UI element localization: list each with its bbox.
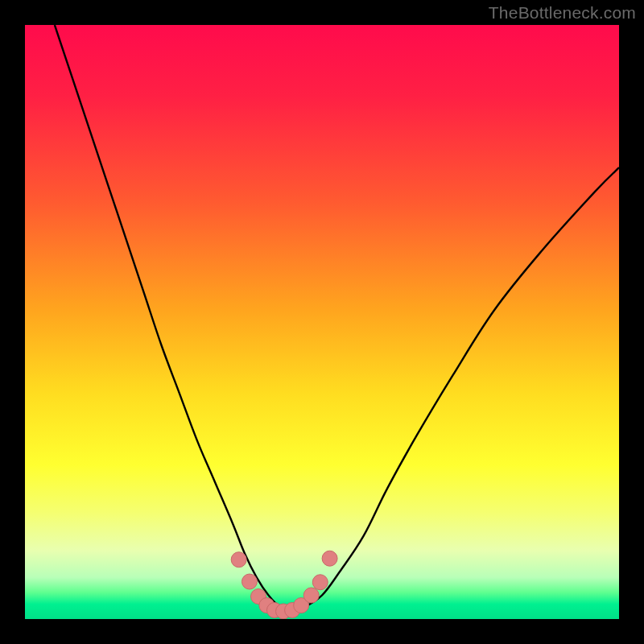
highlight-dot [303,588,319,603]
highlight-dot [322,551,337,566]
bottleneck-chart [0,0,644,644]
highlight-dot [312,575,328,590]
plot-background [25,25,619,619]
highlight-dot [242,574,257,589]
chart-frame: TheBottleneck.com [0,0,644,644]
watermark-text: TheBottleneck.com [489,3,636,23]
highlight-dot [231,552,246,568]
